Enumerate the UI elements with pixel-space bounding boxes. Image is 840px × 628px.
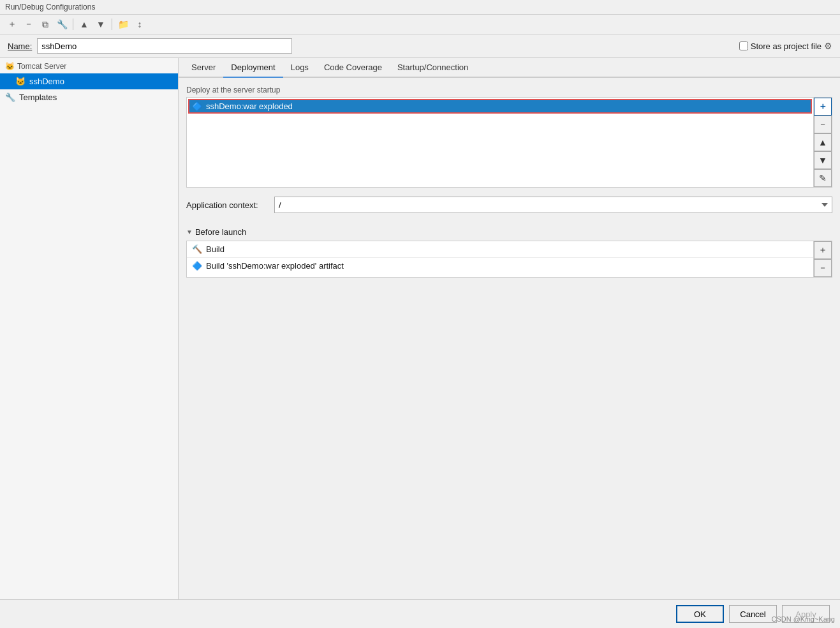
settings-config-button[interactable]: 🔧	[55, 17, 69, 31]
right-panel: Server Deployment Logs Code Coverage Sta…	[179, 58, 840, 599]
sidebar-group-tomcat: 🐱 Tomcat Server	[0, 58, 178, 73]
deploy-buttons: ＋ － ▲ ▼ ✎	[813, 98, 832, 187]
store-project-checkbox[interactable]	[739, 41, 748, 50]
deploy-item-icon: 🔷	[192, 101, 202, 111]
tab-content-deployment: Deploy at the server startup 🔷 sshDemo:w…	[179, 78, 840, 599]
deploy-move-up-button[interactable]: ▲	[814, 133, 832, 151]
build-label: Build	[206, 244, 225, 254]
toolbar-separator	[73, 19, 73, 30]
deploy-add-button[interactable]: ＋	[814, 98, 832, 116]
sidebar-item-templates[interactable]: 🔧 Templates	[0, 89, 178, 105]
tomcat-group-icon: 🐱	[5, 62, 15, 71]
sshdemo-icon: 🐱	[15, 77, 26, 86]
templates-label: Templates	[19, 93, 57, 102]
before-launch-add-button[interactable]: ＋	[814, 241, 832, 259]
name-label: Name:	[8, 41, 32, 51]
deploy-panel: 🔷 sshDemo:war exploded ＋ － ▲ ▼ ✎	[186, 97, 832, 188]
before-launch-list: 🔨 Build 🔷 Build 'sshDemo:war exploded' a…	[187, 241, 813, 277]
wrench-icon: 🔧	[5, 93, 15, 102]
tab-code-coverage[interactable]: Code Coverage	[316, 58, 390, 78]
tab-server[interactable]: Server	[184, 58, 223, 78]
deploy-section: Deploy at the server startup 🔷 sshDemo:w…	[186, 86, 832, 188]
tab-deployment[interactable]: Deployment	[223, 58, 283, 78]
deploy-list: 🔷 sshDemo:war exploded	[187, 98, 813, 187]
toolbar: ＋ － ⧉ 🔧 ▲ ▼ 📁 ↕	[0, 15, 840, 34]
sort-button[interactable]: ↕	[133, 17, 147, 31]
tab-startup-connection[interactable]: Startup/Connection	[390, 58, 476, 78]
copy-config-button[interactable]: ⧉	[38, 17, 52, 31]
add-config-button[interactable]: ＋	[5, 17, 19, 31]
before-launch-section: ▼ Before launch 🔨 Build 🔷 Build 'sshDemo…	[186, 227, 832, 278]
chevron-down-icon: ▼	[186, 228, 193, 236]
store-project-container: Store as project file ⚙	[739, 41, 832, 51]
tab-logs[interactable]: Logs	[283, 58, 316, 78]
sidebar-item-sshdemo[interactable]: 🐱 sshDemo	[0, 73, 178, 89]
before-launch-item-build[interactable]: 🔨 Build	[187, 241, 813, 258]
name-bar: Name: Store as project file ⚙	[0, 34, 840, 58]
before-launch-wrapper: 🔨 Build 🔷 Build 'sshDemo:war exploded' a…	[186, 241, 832, 278]
tomcat-group-label: Tomcat Server	[17, 62, 66, 71]
footer: OK Cancel Apply	[0, 599, 840, 628]
app-context-label: Application context:	[186, 200, 269, 210]
run-debug-dialog: Run/Debug Configurations ＋ － ⧉ 🔧 ▲ ▼ 📁 ↕…	[0, 0, 840, 628]
sidebar: 🐱 Tomcat Server 🐱 sshDemo 🔧 Templates	[0, 58, 179, 599]
before-launch-label: Before launch	[195, 227, 246, 237]
remove-config-button[interactable]: －	[22, 17, 36, 31]
artifact-label: Build 'sshDemo:war exploded' artifact	[206, 261, 344, 271]
name-input[interactable]	[37, 38, 292, 54]
toolbar-separator-2	[112, 19, 112, 30]
deploy-item-label: sshDemo:war exploded	[206, 101, 293, 111]
deploy-edit-button[interactable]: ✎	[814, 169, 832, 187]
gear-icon[interactable]: ⚙	[824, 41, 832, 51]
watermark: CSDN @King~Kang	[771, 615, 835, 623]
app-context-row: Application context: /	[186, 194, 832, 216]
folder-button[interactable]: 📁	[116, 17, 130, 31]
deploy-move-down-button[interactable]: ▼	[814, 151, 832, 169]
tabs: Server Deployment Logs Code Coverage Sta…	[179, 58, 840, 78]
deploy-item-sshdemo[interactable]: 🔷 sshDemo:war exploded	[188, 99, 812, 114]
deploy-section-label: Deploy at the server startup	[186, 86, 832, 94]
before-launch-header[interactable]: ▼ Before launch	[186, 227, 832, 237]
before-launch-item-artifact[interactable]: 🔷 Build 'sshDemo:war exploded' artifact	[187, 258, 813, 274]
title-bar: Run/Debug Configurations	[0, 0, 840, 15]
ok-button[interactable]: OK	[676, 605, 724, 623]
artifact-icon: 🔷	[192, 261, 202, 271]
before-launch-buttons: ＋ －	[813, 241, 832, 277]
move-up-button[interactable]: ▲	[77, 17, 91, 31]
title-text: Run/Debug Configurations	[5, 3, 95, 11]
sshdemo-label: sshDemo	[29, 77, 64, 86]
build-icon: 🔨	[192, 244, 202, 254]
app-context-select[interactable]: /	[274, 197, 832, 213]
store-project-label: Store as project file	[751, 41, 822, 51]
move-down-button[interactable]: ▼	[94, 17, 108, 31]
main-content: 🐱 Tomcat Server 🐱 sshDemo 🔧 Templates Se…	[0, 58, 840, 599]
cancel-button[interactable]: Cancel	[729, 605, 777, 623]
before-launch-remove-button[interactable]: －	[814, 259, 832, 277]
deploy-remove-button[interactable]: －	[814, 116, 832, 133]
